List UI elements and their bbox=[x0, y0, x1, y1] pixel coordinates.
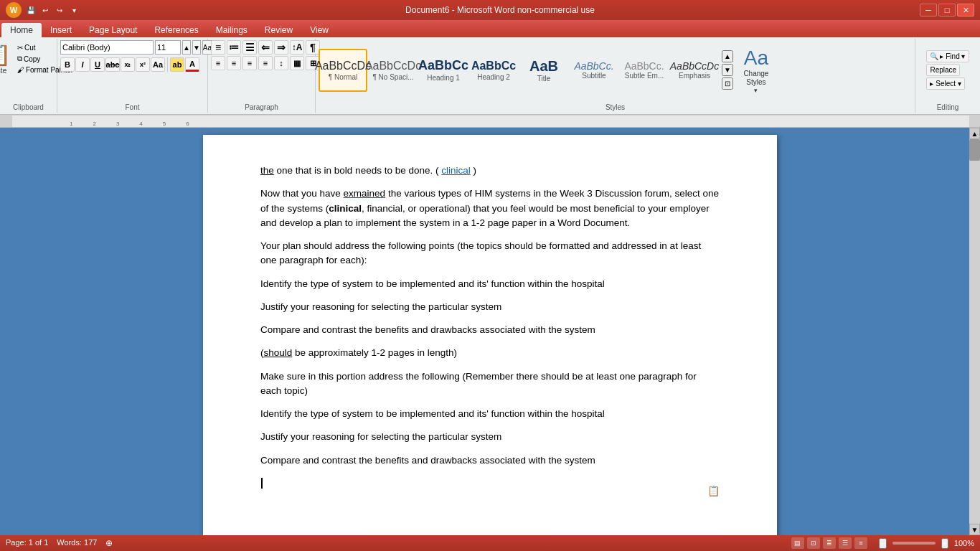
close-btn[interactable]: ✕ bbox=[957, 4, 974, 17]
format-painter-icon: 🖌 bbox=[17, 66, 24, 74]
document-area: the one that is in bold needs to be done… bbox=[0, 128, 980, 535]
change-case-btn[interactable]: Aa bbox=[151, 57, 165, 72]
style-title-label: Title bbox=[537, 75, 551, 83]
justify-btn[interactable]: ≡ bbox=[258, 56, 273, 70]
find-button[interactable]: 🔍 ▸ Find ▾ bbox=[926, 50, 969, 62]
maximize-btn[interactable]: □ bbox=[938, 4, 956, 17]
minimize-btn[interactable]: ─ bbox=[920, 4, 937, 17]
font-name-combo[interactable] bbox=[60, 40, 154, 55]
horizontal-ruler: 123456 bbox=[12, 116, 969, 127]
style-subtle-em-label: Subtle Em... bbox=[625, 72, 664, 80]
style-subtle-em[interactable]: AaBbCc. Subtle Em... bbox=[620, 49, 669, 92]
replace-label: Replace bbox=[930, 66, 956, 74]
decrease-indent-btn[interactable]: ⇐ bbox=[258, 40, 273, 55]
tab-page-layout[interactable]: Page Layout bbox=[80, 23, 146, 37]
document-main[interactable]: the one that is in bold needs to be done… bbox=[11, 128, 969, 535]
font-size-down-btn[interactable]: ▼ bbox=[192, 40, 201, 55]
style-heading1[interactable]: AaBbCc Heading 1 bbox=[419, 49, 468, 92]
change-styles-button[interactable]: Aa ChangeStyles ▾ bbox=[735, 45, 778, 95]
macro-icon: ⊕ bbox=[105, 538, 113, 548]
styles-scroll-down[interactable]: ▼ bbox=[722, 64, 733, 76]
editing-section: 🔍 ▸ Find ▾ Replace ▸ Select ▾ Editing bbox=[915, 39, 980, 113]
tab-view[interactable]: View bbox=[301, 23, 337, 37]
customize-quick-btn[interactable]: ▾ bbox=[67, 4, 80, 17]
style-heading2[interactable]: AaBbCc Heading 2 bbox=[469, 49, 518, 92]
style-subtle-em-preview: AaBbCc. bbox=[624, 60, 664, 72]
change-styles-arrow: ▾ bbox=[754, 87, 758, 94]
find-label: ▸ Find ▾ bbox=[940, 52, 965, 60]
save-quick-btn[interactable]: 💾 bbox=[24, 4, 37, 17]
scroll-up-btn[interactable]: ▲ bbox=[969, 128, 980, 139]
increase-indent-btn[interactable]: ⇒ bbox=[274, 40, 288, 55]
copy-label: Copy bbox=[24, 55, 40, 63]
numbering-btn[interactable]: ≔ bbox=[227, 40, 241, 55]
line-spacing-btn[interactable]: ↕ bbox=[274, 56, 288, 70]
redo-quick-btn[interactable]: ↪ bbox=[53, 4, 66, 17]
underline-btn[interactable]: U bbox=[90, 57, 105, 72]
font-size-combo[interactable] bbox=[155, 40, 181, 55]
page-info: Page: 1 of 1 bbox=[6, 538, 48, 548]
select-button[interactable]: ▸ Select ▾ bbox=[926, 77, 964, 90]
replace-button[interactable]: Replace bbox=[926, 64, 960, 76]
multilevel-btn[interactable]: ☰ bbox=[242, 40, 257, 55]
style-normal-preview: AaBbCcDc bbox=[315, 59, 371, 72]
font-section: ▲ ▼ Aa B I U abc x₂ x² Aa ab A Font bbox=[57, 39, 208, 113]
styles-more[interactable]: ⊡ bbox=[722, 77, 733, 90]
text-approx: be approximately 1-2 pages in length) bbox=[292, 347, 457, 358]
align-center-btn[interactable]: ≡ bbox=[227, 56, 241, 70]
scroll-right: ▲ ▼ bbox=[969, 128, 980, 535]
font-label: Font bbox=[57, 103, 207, 111]
style-subtitle[interactable]: AaBbCc. Subtitle bbox=[570, 49, 618, 92]
style-title[interactable]: AaB Title bbox=[519, 49, 568, 92]
paragraph-section: ≡ ≔ ☰ ⇐ ⇒ ↕A ¶ ≡ ≡ ≡ ≡ ↕ ▦ ⊞ Paragraph bbox=[208, 39, 316, 113]
bold-btn[interactable]: B bbox=[60, 57, 75, 72]
font-name-row: ▲ ▼ Aa bbox=[60, 40, 204, 55]
strikethrough-btn[interactable]: abc bbox=[105, 57, 120, 72]
web-layout-btn[interactable]: ≣ bbox=[823, 537, 836, 549]
zoom-out-btn[interactable]: ─ bbox=[879, 538, 887, 549]
highlight-btn[interactable]: ab bbox=[170, 57, 184, 72]
paragraph-5: Justify your reasoning for selecting the… bbox=[260, 300, 720, 314]
sort-btn[interactable]: ↕A bbox=[290, 40, 304, 55]
style-emphasis-preview: AaBbCcDc bbox=[670, 60, 719, 72]
outline-btn[interactable]: ☰ bbox=[839, 537, 852, 549]
tab-review[interactable]: Review bbox=[256, 23, 301, 37]
print-layout-btn[interactable]: ▤ bbox=[791, 537, 804, 549]
style-nospace[interactable]: AaBbCcDc ¶ No Spaci... bbox=[369, 49, 418, 92]
paragraph-1: the one that is in bold needs to be done… bbox=[260, 164, 720, 178]
tab-mailings[interactable]: Mailings bbox=[207, 23, 256, 37]
styles-scroll-up[interactable]: ▲ bbox=[722, 50, 733, 62]
find-icon: 🔍 bbox=[930, 52, 938, 60]
scroll-down-btn[interactable]: ▼ bbox=[969, 524, 980, 535]
scroll-thumb[interactable] bbox=[969, 139, 980, 161]
style-title-preview: AaB bbox=[529, 57, 558, 75]
font-color-btn[interactable]: A bbox=[185, 57, 199, 72]
text-the: the bbox=[260, 165, 274, 176]
font-size-up-btn[interactable]: ▲ bbox=[182, 40, 191, 55]
zoom-in-btn[interactable]: + bbox=[941, 538, 948, 549]
align-left-btn[interactable]: ≡ bbox=[211, 56, 225, 70]
align-right-btn[interactable]: ≡ bbox=[242, 56, 257, 70]
paste-options-icon[interactable]: 📋 bbox=[707, 485, 720, 496]
italic-btn[interactable]: I bbox=[75, 57, 90, 72]
undo-quick-btn[interactable]: ↩ bbox=[39, 4, 52, 17]
draft-btn[interactable]: ≡ bbox=[854, 537, 867, 549]
tab-home[interactable]: Home bbox=[1, 23, 42, 37]
styles-scroll: ▲ ▼ ⊡ bbox=[722, 50, 733, 90]
tab-references[interactable]: References bbox=[146, 23, 207, 37]
change-styles-icon: Aa bbox=[744, 47, 768, 70]
text-compare-2: Compare and contrast the benefits and dr… bbox=[260, 455, 595, 466]
shading-btn[interactable]: ▦ bbox=[290, 56, 304, 70]
subscript-btn[interactable]: x₂ bbox=[121, 57, 135, 72]
full-screen-btn[interactable]: ⊡ bbox=[807, 537, 820, 549]
select-label: ▸ Select ▾ bbox=[930, 80, 961, 88]
tab-insert[interactable]: Insert bbox=[42, 23, 80, 37]
zoom-slider[interactable] bbox=[892, 542, 936, 545]
paragraph-8: Make sure in this portion address the fo… bbox=[260, 369, 720, 399]
style-normal[interactable]: AaBbCcDc ¶ Normal bbox=[319, 49, 367, 92]
superscript-btn[interactable]: x² bbox=[136, 57, 150, 72]
paragraph-4: Identify the type of system to be implem… bbox=[260, 277, 720, 291]
bullets-btn[interactable]: ≡ bbox=[211, 40, 225, 55]
paste-button[interactable]: 📋 Paste bbox=[0, 40, 14, 76]
style-emphasis[interactable]: AaBbCcDc Emphasis bbox=[670, 49, 719, 92]
